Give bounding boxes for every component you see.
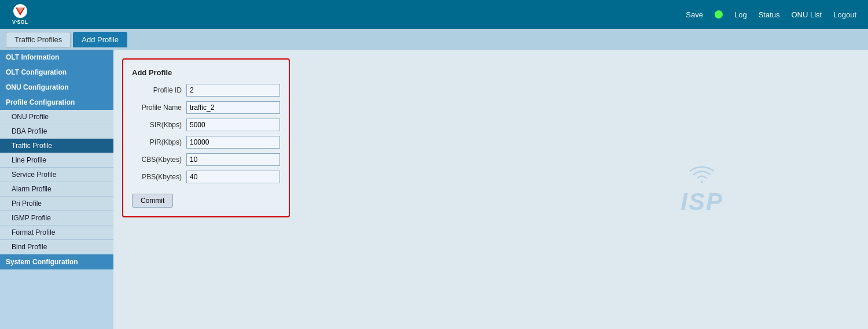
sidebar-item-igmp-profile[interactable]: IGMP Profile <box>0 211 113 226</box>
input-pir[interactable] <box>186 136 280 149</box>
sidebar-item-line-profile[interactable]: Line Profile <box>0 153 113 168</box>
vsol-logo: V·SOL <box>9 3 32 26</box>
input-profile-id[interactable] <box>186 84 280 97</box>
wifi-icon <box>687 164 716 190</box>
form-row-sir: SIR(Kbps) <box>132 119 280 131</box>
logo-area: V·SOL <box>9 3 32 26</box>
form-row-profile-name: Profile Name <box>132 101 280 114</box>
form-row-pir: PIR(Kbps) <box>132 136 280 149</box>
label-pir: PIR(Kbps) <box>132 138 186 146</box>
sidebar-section-onu-config[interactable]: ONU Configuration <box>0 80 113 95</box>
tabs-bar: Traffic Profiles Add Profile <box>0 29 868 50</box>
header: V·SOL Save Log Status ONU List Logout <box>0 0 868 29</box>
form-row-pbs: PBS(Kbytes) <box>132 171 280 183</box>
status-indicator <box>715 10 723 19</box>
sidebar-item-alarm-profile[interactable]: Alarm Profile <box>0 182 113 197</box>
label-cbs: CBS(Kbytes) <box>132 156 186 164</box>
main-layout: OLT Information OLT Configuration ONU Co… <box>0 50 868 329</box>
sidebar-section-system-config[interactable]: System Configuration <box>0 254 113 269</box>
header-right: Save Log Status ONU List Logout <box>686 10 856 19</box>
onu-list-link[interactable]: ONU List <box>792 10 822 19</box>
input-sir[interactable] <box>186 119 280 131</box>
tab-add-profile[interactable]: Add Profile <box>73 32 127 47</box>
sidebar-item-format-profile[interactable]: Format Profile <box>0 226 113 240</box>
sidebar-section-olt-config[interactable]: OLT Configuration <box>0 65 113 80</box>
sidebar-item-onu-profile[interactable]: ONU Profile <box>0 110 113 124</box>
sidebar-item-service-profile[interactable]: Service Profile <box>0 168 113 182</box>
input-pbs[interactable] <box>186 171 280 183</box>
label-profile-id: Profile ID <box>132 86 186 94</box>
status-link[interactable]: Status <box>759 10 780 19</box>
isp-text: ISP <box>681 187 723 215</box>
add-profile-title: Add Profile <box>132 68 280 77</box>
logout-link[interactable]: Logout <box>833 10 856 19</box>
log-link[interactable]: Log <box>734 10 747 19</box>
save-label: Save <box>686 10 703 19</box>
form-row-cbs: CBS(Kbytes) <box>132 153 280 166</box>
commit-button[interactable]: Commit <box>132 194 173 208</box>
svg-text:V·SOL: V·SOL <box>12 19 28 25</box>
label-sir: SIR(Kbps) <box>132 121 186 129</box>
sidebar-item-traffic-profile[interactable]: Traffic Profile <box>0 139 113 153</box>
input-profile-name[interactable] <box>186 101 280 114</box>
label-profile-name: Profile Name <box>132 103 186 112</box>
input-cbs[interactable] <box>186 153 280 166</box>
sidebar-section-olt-info[interactable]: OLT Information <box>0 50 113 65</box>
sidebar-item-pri-profile[interactable]: Pri Profile <box>0 197 113 211</box>
isp-watermark: ISP <box>681 164 723 215</box>
label-pbs: PBS(Kbytes) <box>132 173 186 181</box>
add-profile-box: Add Profile Profile ID Profile Name SIR(… <box>122 58 290 217</box>
sidebar-item-dba-profile[interactable]: DBA Profile <box>0 124 113 139</box>
sidebar-section-profile-config[interactable]: Profile Configuration <box>0 95 113 110</box>
sidebar-item-bind-profile[interactable]: Bind Profile <box>0 240 113 254</box>
sidebar: OLT Information OLT Configuration ONU Co… <box>0 50 113 329</box>
content-area: Add Profile Profile ID Profile Name SIR(… <box>113 50 868 329</box>
tab-traffic-profiles[interactable]: Traffic Profiles <box>6 32 71 47</box>
form-row-profile-id: Profile ID <box>132 84 280 97</box>
